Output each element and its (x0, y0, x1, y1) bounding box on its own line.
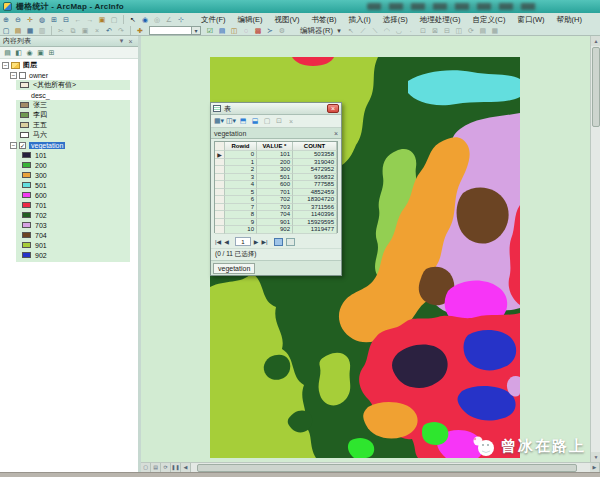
zhangsan-swatch[interactable] (20, 102, 29, 108)
layout-view-button[interactable]: ▤ (151, 463, 161, 472)
map-scale-combo[interactable]: ▾ (149, 26, 201, 35)
table-row[interactable]: 3501936832 (215, 174, 337, 182)
table-row[interactable]: ▶0101503358 (215, 151, 337, 159)
menu-view[interactable]: 视图(V) (269, 15, 306, 25)
legend-item-300[interactable]: 300 (22, 170, 47, 180)
menu-selection[interactable]: 选择(S) (377, 15, 414, 25)
toc-item-owner[interactable]: − owner (10, 70, 48, 80)
attributes-icon[interactable]: ▤ (477, 26, 488, 36)
next-record-icon[interactable]: ▶ (254, 238, 259, 245)
legend-swatch-501[interactable] (22, 182, 31, 188)
measure-icon[interactable]: ∠ (164, 15, 175, 25)
full-extent-icon[interactable]: ◍ (37, 15, 48, 25)
pin-icon[interactable]: ▾ (117, 37, 126, 45)
table-bottom-tab-vegetation[interactable]: vegetation (213, 263, 255, 274)
row-selector[interactable] (215, 181, 225, 189)
go-back-extent-icon[interactable]: ← (73, 15, 84, 25)
table-of-contents-icon[interactable]: ▤ (217, 26, 228, 36)
wangwu-swatch[interactable] (20, 122, 29, 128)
toc-list-by-drawing-order-icon[interactable]: ▤ (3, 48, 13, 58)
vegetation-visibility-checkbox[interactable]: ✓ (19, 142, 26, 149)
scroll-up-icon[interactable]: ▲ (591, 36, 600, 46)
previous-record-icon[interactable]: ◀ (224, 238, 229, 245)
column-header-value[interactable]: VALUE * (257, 142, 293, 151)
identify-icon[interactable]: ◉ (140, 15, 151, 25)
combo-dropdown-icon[interactable]: ▾ (191, 27, 200, 34)
legend-swatch-101[interactable] (22, 152, 31, 158)
menu-bookmarks[interactable]: 书签(B) (306, 15, 343, 25)
legend-item-701[interactable]: 701 (22, 200, 47, 210)
delete-icon[interactable]: × (92, 26, 103, 36)
straight-segment-icon[interactable]: ⟍ (369, 26, 380, 36)
toc-item-vegetation[interactable]: − ✓ vegetation (10, 140, 65, 150)
collapse-icon[interactable]: − (2, 62, 9, 69)
row-selector[interactable] (215, 226, 225, 234)
fixed-zoom-out-icon[interactable]: ⊟ (61, 15, 72, 25)
table-row[interactable]: 23005472952 (215, 166, 337, 174)
close-tab-icon[interactable]: × (334, 130, 338, 137)
select-elements-icon[interactable]: ↖ (128, 15, 139, 25)
go-to-xy-icon[interactable]: ⊹ (176, 15, 187, 25)
toc-list-by-visibility-icon[interactable]: ◉ (25, 48, 35, 58)
first-record-icon[interactable]: |◀ (215, 238, 221, 245)
clear-selection-icon[interactable]: ▢ (109, 15, 120, 25)
vertical-scrollbar[interactable]: ▲ ▼ (590, 36, 600, 462)
cut-polygons-icon[interactable]: ⊟ (441, 26, 452, 36)
legend-item-704[interactable]: 704 (22, 230, 47, 240)
split-icon[interactable]: ◫ (453, 26, 464, 36)
row-selector[interactable] (215, 189, 225, 197)
table-row[interactable]: 670218304720 (215, 196, 337, 204)
print-icon[interactable]: ▥ (37, 26, 48, 36)
point-icon[interactable]: ∙ (405, 26, 416, 36)
legend-swatch-902[interactable] (22, 252, 31, 258)
sketch-properties-icon[interactable]: ▦ (489, 26, 500, 36)
data-view-button[interactable]: ▢ (141, 463, 151, 472)
trace-icon[interactable]: ◡ (393, 26, 404, 36)
close-panel-icon[interactable]: × (126, 38, 135, 45)
table-row[interactable]: 87041140396 (215, 211, 337, 219)
record-number-input[interactable]: 1 (235, 237, 251, 246)
legend-item-901[interactable]: 901 (22, 240, 47, 250)
toc-list-by-source-icon[interactable]: ◧ (14, 48, 24, 58)
zoom-in-tool-icon[interactable]: ⊕ (1, 15, 12, 25)
table-row[interactable]: 4600777585 (215, 181, 337, 189)
toc-item-desc-field[interactable]: desc_ (31, 90, 50, 100)
table-row[interactable]: 109021319477 (215, 226, 337, 234)
menu-geoprocessing[interactable]: 地理处理(G) (414, 15, 467, 25)
row-selector[interactable] (215, 204, 225, 212)
switch-selection-icon[interactable]: ⬓ (250, 116, 261, 127)
legend-item-501[interactable]: 501 (22, 180, 47, 190)
column-header-count[interactable]: COUNT (293, 142, 337, 151)
lisi-swatch[interactable] (20, 112, 29, 118)
edit-tool-icon[interactable]: ↖ (345, 26, 356, 36)
row-selector[interactable] (215, 166, 225, 174)
scroll-right-icon[interactable]: ▶ (590, 463, 600, 472)
vertical-scroll-thumb[interactable] (592, 47, 600, 127)
model-builder-icon[interactable]: ⚙ (277, 26, 288, 36)
toc-panel-header[interactable]: 内容列表 ▾ × (0, 36, 138, 47)
menu-customize[interactable]: 自定义(C) (467, 15, 512, 25)
attribute-table-window[interactable]: 表 × ▦▾ ◫▾ ⬒ ⬓ ▢ ⊡ × vegetation × Rowid (210, 102, 342, 276)
reshape-icon[interactable]: ⊠ (429, 26, 440, 36)
toc-options-icon[interactable]: ⊞ (47, 48, 57, 58)
legend-swatch-704[interactable] (22, 232, 31, 238)
table-row[interactable]: 77033711566 (215, 204, 337, 212)
editor-toolbar-toggle-icon[interactable]: ☑ (205, 26, 216, 36)
search-icon[interactable]: ◌ (241, 26, 252, 36)
related-tables-icon[interactable]: ◫▾ (226, 116, 237, 127)
legend-item-200[interactable]: 200 (22, 160, 47, 170)
rotate-icon[interactable]: ⟳ (465, 26, 476, 36)
table-options-icon[interactable]: ▦▾ (214, 116, 225, 127)
redo-icon[interactable]: ↷ (116, 26, 127, 36)
scroll-down-icon[interactable]: ▼ (591, 452, 600, 462)
row-selector[interactable]: ▶ (215, 151, 225, 159)
collapse-icon[interactable]: − (10, 142, 17, 149)
horizontal-scroll-thumb[interactable] (197, 464, 577, 472)
all-other-values-swatch[interactable] (20, 82, 29, 88)
row-selector[interactable] (215, 211, 225, 219)
row-selector[interactable] (215, 196, 225, 204)
legend-swatch-703[interactable] (22, 222, 31, 228)
map-area[interactable]: 表 × ▦▾ ◫▾ ⬒ ⬓ ▢ ⊡ × vegetation × Rowid (141, 36, 590, 462)
arctoolbox-icon[interactable]: ▩ (253, 26, 264, 36)
toc-list-by-selection-icon[interactable]: ▣ (36, 48, 46, 58)
